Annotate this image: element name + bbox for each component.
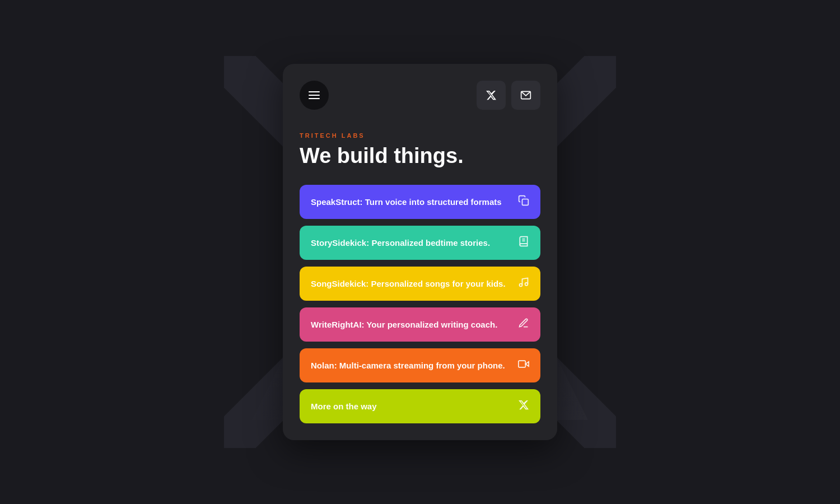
book-icon (518, 236, 529, 250)
product-speakstruct[interactable]: SpeakStruct: Turn voice into structured … (300, 185, 540, 219)
camera-icon (518, 358, 529, 372)
mail-button[interactable] (511, 81, 540, 110)
hamburger-line-3 (309, 98, 320, 99)
svg-point-6 (520, 283, 522, 286)
brand-title: We build things. (300, 144, 540, 168)
brand-section: TRITECH LABS We build things. (300, 132, 540, 168)
product-more-label: More on the way (311, 402, 518, 411)
product-writeright-label: WriteRightAI: Your personalized writing … (311, 320, 518, 329)
product-storysidekick-label: StorySidekick: Personalized bedtime stor… (311, 238, 518, 248)
product-songsidekick-label: SongSidekick: Personalized songs for you… (311, 279, 518, 288)
header-icons (477, 81, 540, 110)
svg-point-7 (525, 283, 528, 286)
product-songsidekick[interactable]: SongSidekick: Personalized songs for you… (300, 267, 540, 301)
product-speakstruct-label: SpeakStruct: Turn voice into structured … (311, 197, 518, 207)
hamburger-line-2 (309, 95, 320, 96)
svg-rect-8 (519, 361, 526, 367)
brand-label: TRITECH LABS (300, 132, 540, 139)
product-writeright[interactable]: WriteRightAI: Your personalized writing … (300, 307, 540, 342)
twitter-button[interactable] (477, 81, 506, 110)
products-list: SpeakStruct: Turn voice into structured … (300, 185, 540, 423)
product-nolan[interactable]: Nolan: Multi-camera streaming from your … (300, 348, 540, 382)
svg-rect-3 (522, 199, 529, 205)
twitter-bird-icon (518, 399, 529, 413)
product-more-on-way[interactable]: More on the way (300, 389, 540, 423)
copy-icon (518, 195, 529, 209)
x-icon (486, 90, 497, 101)
main-card: TRITECH LABS We build things. SpeakStruc… (283, 64, 557, 440)
mail-icon (520, 90, 531, 101)
header (300, 81, 540, 110)
pen-icon (518, 318, 529, 332)
product-nolan-label: Nolan: Multi-camera streaming from your … (311, 361, 518, 370)
hamburger-line-1 (309, 91, 320, 92)
music-icon (518, 277, 529, 291)
menu-button[interactable] (300, 81, 329, 110)
product-storysidekick[interactable]: StorySidekick: Personalized bedtime stor… (300, 226, 540, 260)
